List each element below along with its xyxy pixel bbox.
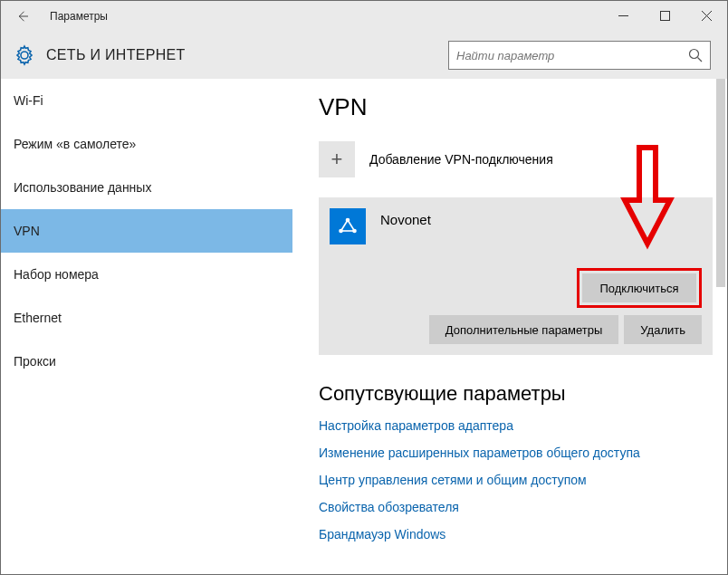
minimize-icon	[618, 11, 628, 21]
vpn-connection-card[interactable]: Novonet Подключиться Дополнительные пара…	[319, 197, 713, 355]
vpn-connection-name: Novonet	[380, 208, 431, 227]
svg-line-5	[698, 58, 703, 62]
close-button[interactable]	[685, 1, 727, 32]
header-left: СЕТЬ И ИНТЕРНЕТ	[14, 44, 186, 66]
related-links: Настройка параметров адаптера Изменение …	[319, 418, 713, 541]
arrow-left-icon	[14, 8, 31, 24]
titlebar-left: Параметры	[1, 4, 108, 29]
svg-line-10	[348, 220, 355, 231]
advanced-button[interactable]: Дополнительные параметры	[429, 315, 619, 344]
search-icon	[688, 48, 703, 62]
sidebar-item-label: Ethernet	[14, 311, 62, 325]
page-title: VPN	[319, 93, 713, 121]
svg-line-9	[341, 220, 349, 231]
search-input[interactable]	[456, 49, 688, 62]
sidebar-item-label: Использование данных	[14, 180, 151, 195]
sidebar-item-label: VPN	[14, 224, 40, 238]
titlebar: Параметры	[1, 1, 727, 32]
sidebar-item-dialup[interactable]: Набор номера	[1, 253, 292, 296]
svg-point-4	[690, 50, 699, 59]
link-firewall[interactable]: Брандмауэр Windows	[319, 527, 713, 541]
add-vpn-label: Добавление VPN-подключения	[369, 152, 553, 167]
header-title: СЕТЬ И ИНТЕРНЕТ	[46, 47, 186, 63]
vpn-card-header: Novonet	[330, 208, 702, 244]
back-button[interactable]	[10, 4, 35, 29]
link-adapter-settings[interactable]: Настройка параметров адаптера	[319, 418, 713, 433]
vpn-tile-icon	[330, 208, 366, 244]
sidebar-item-label: Прокси	[14, 354, 56, 369]
search-box[interactable]	[448, 41, 711, 70]
plus-icon: +	[319, 141, 355, 177]
link-network-center[interactable]: Центр управления сетями и общим доступом	[319, 473, 713, 487]
sidebar-item-vpn[interactable]: VPN	[1, 209, 292, 253]
maximize-icon	[660, 11, 670, 21]
sidebar-item-label: Режим «в самолете»	[14, 137, 136, 151]
minimize-button[interactable]	[602, 1, 644, 32]
content: VPN + Добавление VPN-подключения	[293, 79, 727, 574]
network-icon	[336, 215, 359, 238]
sidebar-item-label: Wi-Fi	[14, 93, 43, 108]
related-title: Сопутсвующие параметры	[319, 382, 713, 406]
vpn-secondary-actions: Дополнительные параметры Удалить	[330, 315, 702, 344]
maximize-button[interactable]	[644, 1, 685, 32]
connect-highlight: Подключиться	[577, 268, 702, 308]
sidebar-item-data-usage[interactable]: Использование данных	[1, 166, 292, 209]
svg-rect-1	[660, 12, 669, 21]
sidebar-item-ethernet[interactable]: Ethernet	[1, 296, 292, 340]
scrollbar-thumb[interactable]	[716, 79, 725, 287]
sidebar-item-wifi[interactable]: Wi-Fi	[1, 79, 292, 122]
sidebar: Wi-Fi Режим «в самолете» Использование д…	[1, 79, 293, 574]
sidebar-item-label: Набор номера	[14, 267, 99, 282]
vpn-primary-actions: Подключиться	[330, 268, 702, 308]
sidebar-item-airplane[interactable]: Режим «в самолете»	[1, 122, 292, 166]
add-vpn-row[interactable]: + Добавление VPN-подключения	[319, 139, 713, 179]
header: СЕТЬ И ИНТЕРНЕТ	[1, 32, 727, 79]
window-title: Параметры	[50, 10, 108, 23]
link-advanced-sharing[interactable]: Изменение расширенных параметров общего …	[319, 446, 713, 460]
body: Wi-Fi Режим «в самолете» Использование д…	[1, 79, 727, 574]
sidebar-item-proxy[interactable]: Прокси	[1, 340, 292, 383]
window-controls	[602, 1, 727, 32]
link-internet-properties[interactable]: Свойства обозревателя	[319, 500, 713, 514]
settings-window: Параметры СЕТЬ И ИНТЕРНЕТ	[0, 0, 728, 575]
close-icon	[702, 11, 712, 21]
gear-icon	[14, 44, 35, 66]
connect-button[interactable]: Подключиться	[582, 273, 696, 302]
delete-button[interactable]: Удалить	[624, 315, 702, 344]
